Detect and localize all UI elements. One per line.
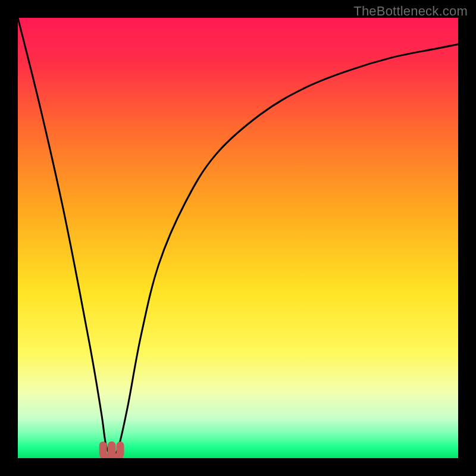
- plot-background: [18, 18, 458, 458]
- watermark-text: TheBottleneck.com: [353, 4, 468, 19]
- plot-area: [18, 18, 458, 458]
- chart-frame: TheBottleneck.com: [0, 0, 476, 476]
- chart-svg: [18, 18, 458, 458]
